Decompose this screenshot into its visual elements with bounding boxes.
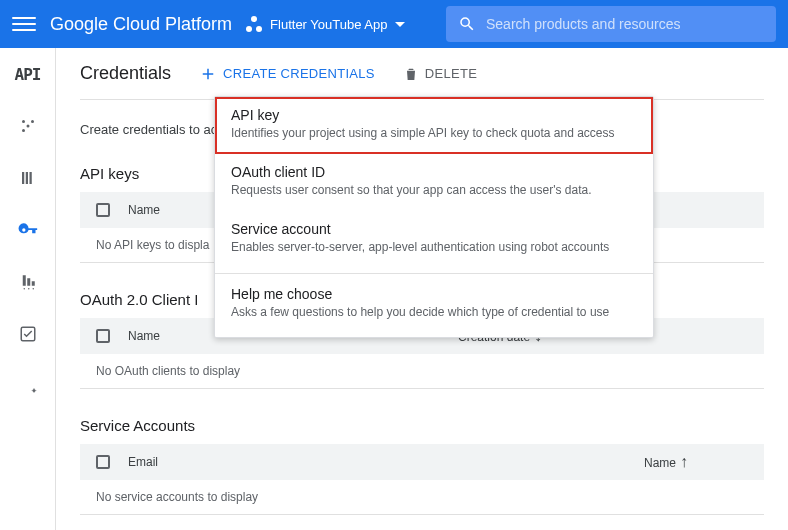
dropdown-item-title: Help me choose [231, 286, 637, 302]
search-placeholder: Search products and resources [486, 16, 681, 32]
dropdown-item-title: OAuth client ID [231, 164, 637, 180]
col-name[interactable]: Name↑ [644, 454, 688, 470]
consent-icon [19, 273, 37, 291]
dropdown-item-desc: Requests user consent so that your app c… [231, 182, 637, 199]
table-empty-oauth: No OAuth clients to display [80, 354, 764, 389]
key-icon [18, 220, 38, 240]
select-all-checkbox[interactable] [96, 329, 110, 343]
dropdown-item-desc: Enables server-to-server, app-level auth… [231, 239, 637, 256]
svg-point-1 [26, 125, 29, 128]
svg-point-0 [22, 120, 25, 123]
svg-rect-7 [22, 275, 25, 286]
trash-icon [403, 66, 419, 82]
table-header-service: Email Name↑ [80, 444, 764, 480]
project-icon [246, 16, 262, 32]
delete-label: DELETE [425, 66, 477, 81]
col-name[interactable]: Name [128, 203, 160, 217]
api-icon: API [15, 65, 41, 84]
svg-point-11 [28, 288, 30, 290]
svg-point-10 [23, 288, 25, 290]
dropdown-item-service-account[interactable]: Service account Enables server-to-server… [215, 211, 653, 268]
dropdown-separator [215, 273, 653, 274]
sidebar-item-library[interactable] [16, 166, 40, 190]
col-email[interactable]: Email [128, 455, 158, 469]
col-name[interactable]: Name [128, 329, 160, 343]
dropdown-item-api-key[interactable]: API key Identifies your project using a … [215, 97, 653, 154]
create-credentials-dropdown: API key Identifies your project using a … [214, 96, 654, 338]
sort-asc-icon: ↑ [680, 453, 688, 470]
sidebar-item-credentials[interactable] [16, 218, 40, 242]
svg-rect-6 [29, 172, 31, 184]
sidebar-item-api[interactable]: API [16, 62, 40, 86]
table-empty-service: No service accounts to display [80, 480, 764, 515]
svg-point-12 [32, 288, 34, 290]
brand: Google Cloud Platform [50, 14, 232, 35]
create-credentials-button[interactable]: CREATE CREDENTIALS [199, 65, 375, 83]
search-icon [458, 15, 476, 33]
check-box-icon [19, 325, 37, 343]
create-credentials-label: CREATE CREDENTIALS [223, 66, 375, 81]
sidebar: API [0, 48, 56, 530]
dropdown-item-title: API key [231, 107, 637, 123]
plus-icon [199, 65, 217, 83]
settings-icon [19, 377, 37, 395]
svg-rect-9 [31, 281, 34, 286]
select-all-checkbox[interactable] [96, 455, 110, 469]
svg-point-3 [22, 129, 25, 132]
svg-point-2 [31, 120, 34, 123]
chevron-down-icon [395, 22, 405, 27]
svg-rect-5 [25, 172, 27, 184]
page-title: Credentials [80, 63, 171, 84]
dropdown-item-help-choose[interactable]: Help me choose Asks a few questions to h… [215, 276, 653, 333]
svg-rect-8 [27, 278, 30, 286]
svg-rect-4 [22, 172, 24, 184]
library-icon [19, 169, 37, 187]
search-box[interactable]: Search products and resources [446, 6, 776, 42]
sidebar-item-verify[interactable] [16, 322, 40, 346]
project-selector[interactable]: Flutter YouTube App [246, 16, 405, 32]
project-name: Flutter YouTube App [270, 17, 387, 32]
dropdown-item-title: Service account [231, 221, 637, 237]
select-all-checkbox[interactable] [96, 203, 110, 217]
sidebar-item-dashboard[interactable] [16, 114, 40, 138]
section-service-accounts: Service Accounts Email Name↑ No service … [80, 417, 764, 515]
sidebar-item-settings[interactable] [16, 374, 40, 398]
menu-button[interactable] [12, 12, 36, 36]
sidebar-item-consent[interactable] [16, 270, 40, 294]
dropdown-item-oauth[interactable]: OAuth client ID Requests user consent so… [215, 154, 653, 211]
delete-button[interactable]: DELETE [403, 66, 477, 82]
dashboard-icon [19, 117, 37, 135]
dropdown-item-desc: Asks a few questions to help you decide … [231, 304, 637, 321]
dropdown-item-desc: Identifies your project using a simple A… [231, 125, 637, 142]
section-title-service: Service Accounts [80, 417, 764, 434]
svg-point-14 [32, 389, 35, 392]
